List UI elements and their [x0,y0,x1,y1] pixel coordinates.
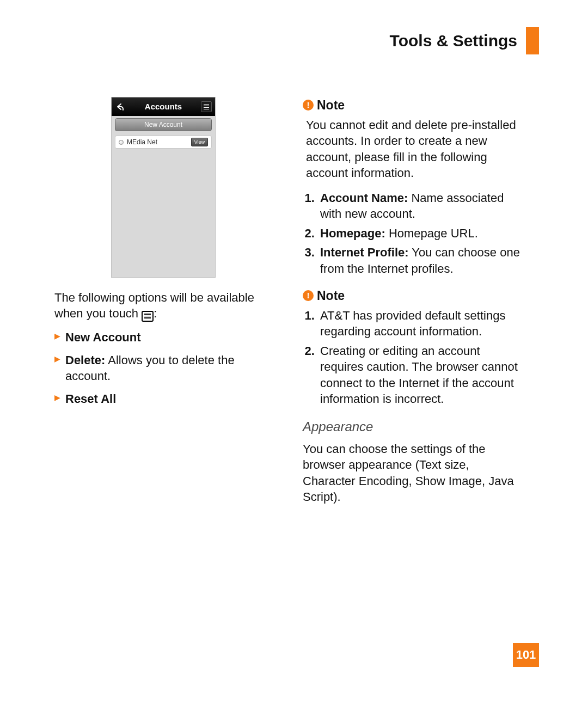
page-number: 101 [513,643,539,667]
document-icon[interactable] [201,101,212,112]
note1-item-1: Account Name: Name associated with new a… [318,190,520,222]
header-title: Tools & Settings [390,32,517,50]
note1-item-3: Internet Profile: You can choose one fro… [318,244,520,277]
note1-body: You cannot edit and delete pre-installed… [306,117,520,181]
note2-item-2: Creating or editing an account requires … [318,343,520,407]
note2-list: AT&T has provided default settings regar… [306,308,520,407]
note-label-2: Note [317,287,345,304]
back-icon[interactable] [115,101,126,112]
new-account-button[interactable]: New Account [115,118,212,131]
options-list: New Account Delete: Allows you to delete… [54,329,272,407]
appearance-heading: Appearance [303,418,520,436]
option-new-account: New Account [54,329,272,345]
note-heading-1: ! Note [303,97,520,114]
option-reset-all: Reset All [54,391,272,407]
alert-icon: ! [303,100,314,111]
note1-list: Account Name: Name associated with new a… [306,190,520,277]
phone-title: Accounts [126,101,201,112]
new-account-row: New Account [112,116,215,133]
radio-icon [119,140,124,145]
page-header: Tools & Settings [54,27,539,64]
intro-text: The following options will be available … [54,290,272,322]
alert-icon: ! [303,290,314,301]
phone-screenshot: Accounts New Account MEdia Net View [111,97,216,278]
right-column: ! Note You cannot edit and delete pre-in… [303,97,520,505]
intro-part2: : [154,306,157,320]
menu-icon [142,311,154,322]
note2-item-1: AT&T has provided default settings regar… [318,308,520,340]
note-heading-2: ! Note [303,287,520,304]
header-accent-bar [526,27,539,54]
appearance-body: You can choose the settings of the brows… [303,441,520,505]
note-label-1: Note [317,97,345,114]
account-list-item[interactable]: MEdia Net View [115,136,212,149]
left-column: Accounts New Account MEdia Net View [54,97,272,505]
account-item-label: MEdia Net [127,138,157,146]
note1-item-2: Homepage: Homepage URL. [318,225,520,241]
phone-titlebar: Accounts [112,97,215,116]
view-button[interactable]: View [191,138,208,146]
option-delete: Delete: Allows you to delete the account… [54,352,272,384]
